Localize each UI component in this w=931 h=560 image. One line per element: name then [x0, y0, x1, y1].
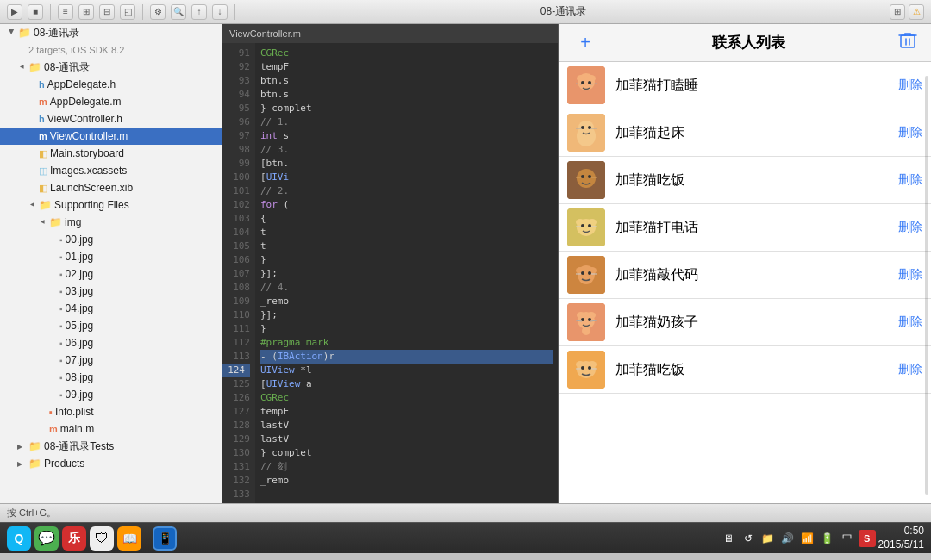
tree-item-img-folder[interactable]: ▼ 📁 img	[0, 214, 222, 231]
file-icon-main-m: m	[49, 424, 58, 434]
list-item[interactable]: 加菲猫吃饭 删除	[559, 157, 931, 204]
file-icon-h2: h	[39, 114, 45, 124]
toolbar-btn-4[interactable]: ◱	[120, 4, 135, 20]
tree-label-viewcontroller-m: ViewController.m	[50, 130, 128, 142]
tree-item-img-05[interactable]: ▪ 05.jpg	[0, 317, 222, 334]
toolbar-btn-7[interactable]: ↑	[191, 4, 207, 20]
tree-item-group[interactable]: ▼ 📁 08-通讯录	[0, 59, 222, 76]
tree-item-main-storyboard[interactable]: ◧ Main.storyboard	[0, 145, 222, 162]
list-item[interactable]: 加菲猫打瞌睡 删除	[559, 62, 931, 109]
tree-item-info-plist[interactable]: ▪ Info.plist	[0, 403, 222, 420]
tree-item-img-09[interactable]: ▪ 09.jpg	[0, 386, 222, 403]
tree-item-img-08[interactable]: ▪ 08.jpg	[0, 369, 222, 386]
delete-btn-2[interactable]: 删除	[898, 125, 922, 140]
toolbar-separator-3	[234, 4, 235, 20]
taskbar-app-le[interactable]: 乐	[62, 526, 86, 551]
tree-item-products[interactable]: ▶ 📁 Products	[0, 455, 222, 472]
tree-item-supporting-files[interactable]: ▼ 📁 Supporting Files	[0, 196, 222, 214]
taskbar-app-360[interactable]: 🛡	[90, 526, 114, 551]
tree-item-img-01[interactable]: ▪ 01.jpg	[0, 248, 222, 265]
contact-name-2: 加菲猫起床	[615, 124, 888, 142]
code-editor: ViewController.m 9192939495 96979899100 …	[222, 24, 559, 503]
tree-label-img-02: 02.jpg	[66, 268, 94, 280]
sys-icon-antivirus[interactable]: S	[859, 530, 876, 547]
tree-item-launchscreen-xib[interactable]: ◧ LaunchScreen.xib	[0, 179, 222, 196]
toolbar-separator-2	[142, 4, 143, 20]
sys-icon-audio[interactable]: 🔊	[779, 530, 797, 547]
toolbar-btn-6[interactable]: 🔍	[171, 4, 186, 20]
code-text[interactable]: CGRec tempF btn.s btn.s } complet // 1. …	[255, 43, 558, 503]
tree-triangle-products: ▶	[17, 460, 26, 468]
delete-btn-4[interactable]: 删除	[898, 220, 922, 235]
tree-item-viewcontroller-h[interactable]: h ViewController.h	[0, 110, 222, 128]
tree-item-img-06[interactable]: ▪ 06.jpg	[0, 334, 222, 352]
taskbar: Q 💬 乐 🛡 📖 📱 🖥 ↺ 📁 🔊 📶 🔋 中 S 0:50 2015/5/…	[0, 522, 931, 553]
main-area: ▶ 📁 08-通讯录 2 targets, iOS SDK 8.2 ▼ 📁 08…	[0, 24, 931, 503]
sys-icon-battery[interactable]: 🔋	[819, 530, 836, 547]
sys-icon-monitor[interactable]: 🖥	[720, 530, 737, 547]
list-item[interactable]: 加菲猫奶孩子 删除	[559, 299, 931, 346]
svg-point-6	[588, 81, 591, 84]
list-item[interactable]: 加菲猫吃饭 删除	[559, 346, 931, 394]
file-icon-jpg-06: ▪	[59, 339, 63, 348]
tree-item-img-07[interactable]: ▪ 07.jpg	[0, 352, 222, 369]
tree-item-appdelegate-h[interactable]: h AppDelegate.h	[0, 76, 222, 93]
toolbar-btn-layout[interactable]: ⊞	[890, 4, 905, 20]
code-header: ViewController.m	[222, 24, 558, 43]
file-icon-jpg-03: ▪	[59, 287, 63, 296]
tree-item-tests[interactable]: ▶ 📁 08-通讯录Tests	[0, 438, 222, 455]
taskbar-active-app[interactable]: 📱	[153, 526, 177, 551]
list-item[interactable]: 加菲猫敲代码 删除	[559, 252, 931, 299]
sys-icon-lang[interactable]: 中	[839, 530, 856, 547]
delete-btn-6[interactable]: 删除	[898, 314, 922, 330]
tree-label-img-00: 00.jpg	[66, 233, 94, 246]
delete-btn-7[interactable]: 删除	[898, 362, 922, 377]
toolbar-title: 08-通讯录	[242, 4, 884, 19]
ios-add-button[interactable]: +	[572, 33, 598, 53]
toolbar-btn-3[interactable]: ⊟	[99, 4, 115, 20]
tree-item-img-04[interactable]: ▪ 04.jpg	[0, 300, 222, 317]
svg-point-11	[578, 121, 594, 134]
tree-item-img-00[interactable]: ▪ 00.jpg	[0, 231, 222, 248]
tree-item-root[interactable]: ▶ 📁 08-通讯录	[0, 24, 222, 41]
tree-item-img-02[interactable]: ▪ 02.jpg	[0, 265, 222, 283]
tree-item-main-m[interactable]: m main.m	[0, 420, 222, 438]
tree-item-viewcontroller-m[interactable]: m ViewController.m	[0, 128, 222, 145]
taskbar-app-youdao[interactable]: 📖	[117, 526, 141, 551]
svg-point-40	[577, 312, 585, 319]
list-item[interactable]: 加菲猫起床 删除	[559, 109, 931, 157]
toolbar-btn-stop[interactable]: ■	[28, 4, 43, 20]
sys-icon-refresh[interactable]: ↺	[740, 530, 757, 547]
toolbar-btn-8[interactable]: ↓	[212, 4, 228, 20]
contact-name-3: 加菲猫吃饭	[615, 171, 888, 190]
taskbar-app-wechat[interactable]: 💬	[34, 526, 59, 551]
code-content[interactable]: 9192939495 96979899100 101102103104105 1…	[222, 43, 558, 503]
delete-btn-5[interactable]: 删除	[898, 267, 922, 283]
taskbar-app-qq[interactable]: Q	[7, 526, 31, 551]
tree-item-appdelegate-m[interactable]: m AppDelegate.m	[0, 93, 222, 110]
tree-label-img-03: 03.jpg	[66, 285, 94, 297]
ios-contact-list[interactable]: 加菲猫打瞌睡 删除 加菲猫起床	[559, 62, 931, 503]
list-item[interactable]: 加菲猫打电话 删除	[559, 204, 931, 252]
tree-item-img-03[interactable]: ▪ 03.jpg	[0, 283, 222, 300]
contact-name-6: 加菲猫奶孩子	[615, 314, 888, 332]
tree-label-supporting-files: Supporting Files	[54, 199, 129, 211]
toolbar-btn-run[interactable]: ▶	[7, 4, 22, 20]
sys-icon-network[interactable]: 📶	[799, 530, 816, 547]
sys-icon-folder[interactable]: 📁	[759, 530, 777, 547]
toolbar-btn-5[interactable]: ⚙	[150, 4, 166, 20]
svg-point-19	[588, 175, 591, 178]
svg-point-4	[587, 75, 596, 82]
folder-icon-root: 📁	[18, 27, 31, 39]
delete-btn-3[interactable]: 删除	[898, 172, 922, 188]
tree-label-tests: 08-通讯录Tests	[44, 439, 114, 454]
ios-delete-icon[interactable]	[898, 31, 917, 54]
toolbar-btn-warning[interactable]: ⚠	[909, 4, 924, 20]
tree-item-images-xcassets[interactable]: ◫ Images.xcassets	[0, 162, 222, 179]
delete-btn-1[interactable]: 删除	[898, 78, 922, 93]
ios-panel: + 联系人列表	[559, 24, 931, 503]
toolbar-btn-2[interactable]: ⊞	[78, 4, 94, 20]
file-icon-m1: m	[39, 96, 47, 107]
avatar-3	[567, 161, 605, 199]
toolbar-btn-1[interactable]: ≡	[58, 4, 73, 20]
